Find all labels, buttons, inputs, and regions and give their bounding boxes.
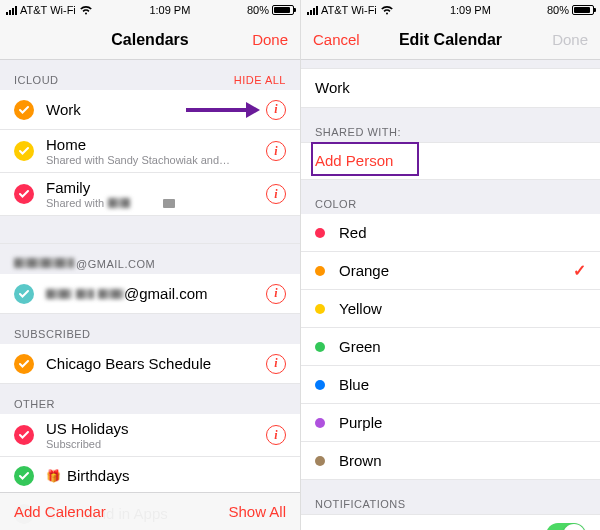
color-list: RedOrange✓YellowGreenBluePurpleBrown [301,214,600,480]
info-icon[interactable]: i [266,141,286,161]
battery-icon [572,5,594,15]
edit-calendar-screen: AT&T Wi-Fi 1:09 PM 80% Cancel Edit Calen… [300,0,600,530]
calendar-row-home[interactable]: Home Shared with Sandy Stachowiak and… i [0,130,300,173]
wifi-icon [79,5,93,15]
info-icon[interactable]: i [266,425,286,445]
section-header-shared: SHARED WITH: [301,108,600,142]
color-label: Blue [339,376,586,393]
color-label: Yellow [339,300,586,317]
carrier-label: AT&T Wi-Fi [321,4,377,16]
section-header-subscribed: SUBSCRIBED [0,314,300,344]
battery-percent: 80% [247,4,269,16]
redacted-text [108,198,130,208]
signal-icon [307,6,318,15]
color-label: Purple [339,414,586,431]
notifications-row [301,514,600,530]
color-option-brown[interactable]: Brown [301,442,600,480]
battery-icon [272,5,294,15]
color-dot-icon [315,456,325,466]
edit-form: Work SHARED WITH: Add Person COLOR RedOr… [301,60,600,530]
check-icon[interactable] [14,284,34,304]
gift-icon: 🎁 [46,469,61,483]
check-icon[interactable] [14,466,34,486]
section-header-notifications: NOTIFICATIONS [301,480,600,514]
section-header-icloud: ICLOUD HIDE ALL [0,60,300,90]
done-button[interactable]: Done [252,31,288,48]
calendar-row-us-holidays[interactable]: US Holidays Subscribed i [0,414,300,457]
info-icon[interactable]: i [266,100,286,120]
calendar-row-bears[interactable]: Chicago Bears Schedule i [0,344,300,384]
color-option-blue[interactable]: Blue [301,366,600,404]
color-label: Orange [339,262,573,279]
color-dot-icon [315,266,325,276]
info-icon[interactable]: i [266,184,286,204]
carrier-label: AT&T Wi-Fi [20,4,76,16]
clock-time: 1:09 PM [149,4,190,16]
footer-bar: Add Calendar Show All [0,492,300,530]
redacted-text [98,289,124,299]
signal-icon [6,6,17,15]
check-icon[interactable] [14,354,34,374]
calendars-screen: AT&T Wi-Fi 1:09 PM 80% Calendars Done IC… [0,0,300,530]
color-option-purple[interactable]: Purple [301,404,600,442]
hide-all-button[interactable]: HIDE ALL [234,74,286,86]
calendar-name-field[interactable]: Work [301,68,600,108]
show-all-button[interactable]: Show All [228,503,286,520]
color-option-red[interactable]: Red [301,214,600,252]
redacted-text [76,289,94,299]
info-icon[interactable]: i [266,284,286,304]
checkmark-icon: ✓ [573,261,586,280]
color-label: Green [339,338,586,355]
check-icon[interactable] [14,100,34,120]
calendar-row-gmail[interactable]: @gmail.com i [0,274,300,314]
add-person-button[interactable]: Add Person [301,142,600,180]
redacted-text [46,289,72,299]
color-dot-icon [315,228,325,238]
redacted-text [14,258,74,268]
check-icon[interactable] [14,141,34,161]
battery-percent: 80% [547,4,569,16]
section-header-color: COLOR [301,180,600,214]
calendar-row-birthdays[interactable]: 🎁 Birthdays [0,457,300,495]
cancel-button[interactable]: Cancel [313,31,360,48]
nav-bar: Calendars Done [0,20,300,60]
notifications-toggle[interactable] [546,523,586,531]
status-bar: AT&T Wi-Fi 1:09 PM 80% [301,0,600,20]
section-header-gmail: @GMAIL.COM [0,244,300,274]
check-icon[interactable] [14,425,34,445]
color-option-yellow[interactable]: Yellow [301,290,600,328]
color-dot-icon [315,418,325,428]
color-dot-icon [315,380,325,390]
status-bar: AT&T Wi-Fi 1:09 PM 80% [0,0,300,20]
calendar-list: ICLOUD HIDE ALL Work i Home Shared with … [0,60,300,530]
color-label: Red [339,224,586,241]
color-label: Brown [339,452,586,469]
info-icon[interactable]: i [266,354,286,374]
color-dot-icon [315,342,325,352]
clock-time: 1:09 PM [450,4,491,16]
calendar-row-work[interactable]: Work i [0,90,300,130]
section-header-other: OTHER [0,384,300,414]
calendar-row-family[interactable]: Family Shared with i [0,173,300,216]
done-button[interactable]: Done [552,31,588,48]
wifi-icon [380,5,394,15]
add-calendar-button[interactable]: Add Calendar [14,503,106,520]
redacted-text [163,199,175,208]
color-option-green[interactable]: Green [301,328,600,366]
color-option-orange[interactable]: Orange✓ [301,252,600,290]
check-icon[interactable] [14,184,34,204]
nav-bar: Cancel Edit Calendar Done [301,20,600,60]
color-dot-icon [315,304,325,314]
